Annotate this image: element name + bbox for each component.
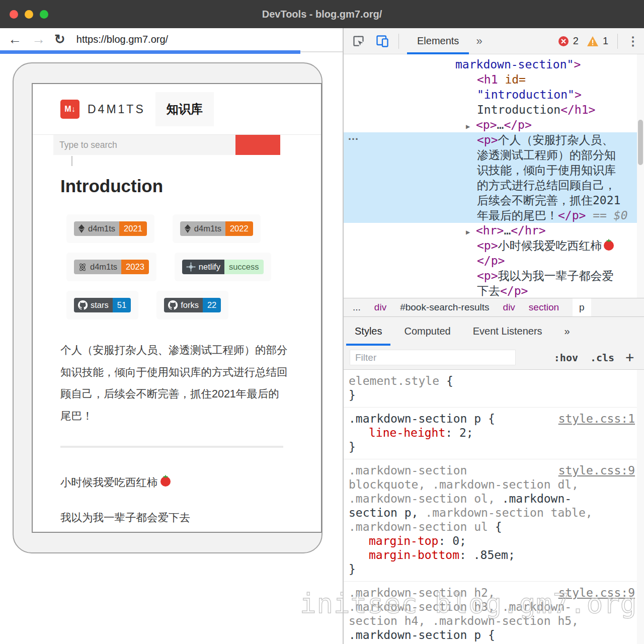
- dom-tree-node[interactable]: <h1 id=: [344, 72, 644, 87]
- stylesheet-link[interactable]: style.css:9: [558, 586, 635, 599]
- css-rule-line[interactable]: margin-bottom: .85em;: [349, 548, 632, 562]
- dom-tree-node[interactable]: ▶<hr>…</hr>: [344, 223, 644, 238]
- reload-icon[interactable]: ↻: [54, 32, 65, 47]
- breadcrumb-item-booksearchresults[interactable]: #book-search-results: [400, 302, 489, 313]
- error-icon[interactable]: [558, 36, 569, 47]
- badge-value: 2023: [121, 260, 149, 274]
- new-style-rule-button[interactable]: +: [625, 349, 634, 366]
- breadcrumb-item-section[interactable]: section: [529, 302, 559, 313]
- toggle-device-toolbar-icon[interactable]: [375, 35, 389, 48]
- css-rule-line[interactable]: blockquote, .markdown-section dl,: [349, 477, 632, 492]
- window-title: DevTools - blog.gm7.org/: [0, 0, 644, 28]
- nav-tab-knowledge-base[interactable]: 知识库: [155, 92, 214, 126]
- breadcrumb-item-p[interactable]: p: [573, 298, 591, 316]
- markdown-logo-icon[interactable]: M↓: [60, 100, 79, 119]
- badge-forks-22[interactable]: forks22: [164, 298, 221, 312]
- css-code-segment: }: [349, 440, 356, 453]
- text-caret: [71, 156, 72, 166]
- css-rule-line[interactable]: }: [349, 562, 632, 576]
- dom-tree-node[interactable]: </p>: [344, 253, 644, 268]
- dom-tree-node[interactable]: …<p>个人（安服打杂人员、: [344, 132, 644, 147]
- stylesheet-link[interactable]: style.css:9: [558, 464, 635, 477]
- badge-d4m1ts-2021[interactable]: d4m1ts2021: [74, 221, 147, 236]
- css-rule-line[interactable]: section p, .markdown-section table,: [349, 506, 632, 520]
- styles-filter-bar: :hov .cls +: [344, 346, 644, 370]
- dom-tree-node[interactable]: 渗透测试工程师）的部分知: [344, 147, 644, 163]
- dom-code-segment: …: [497, 118, 504, 131]
- styles-scrollbar[interactable]: [637, 370, 644, 644]
- dom-tree-node[interactable]: "introduction">: [344, 87, 644, 102]
- css-rule-line[interactable]: line-height: 2;: [349, 426, 632, 440]
- styles-tab-computed[interactable]: Computed: [404, 317, 450, 346]
- css-rule-line[interactable]: }: [349, 388, 632, 402]
- css-code-segment: }: [349, 562, 356, 576]
- css-code-segment: {: [488, 628, 495, 641]
- disclosure-triangle-icon[interactable]: ▶: [466, 224, 476, 239]
- css-rule-line[interactable]: }: [349, 440, 632, 454]
- disclosure-triangle-icon[interactable]: ▶: [466, 119, 476, 134]
- css-code-segment: : 0;: [438, 534, 466, 547]
- dom-code-segment: 我以为我一辈子都会爱: [498, 269, 614, 282]
- dom-tree-node[interactable]: 的方式进行总结回顾自己，: [344, 178, 644, 193]
- css-rule: element.style {}: [344, 370, 637, 408]
- breadcrumb-item-div[interactable]: div: [503, 302, 515, 313]
- browser-pane: ← → ↻ https://blog.gm7.org/ M↓ D4M1TS 知识…: [0, 28, 343, 644]
- css-rule-line[interactable]: element.style {: [349, 374, 632, 388]
- search-button[interactable]: [235, 135, 280, 155]
- dom-code-segment: 年最后的尾巴！: [477, 209, 558, 222]
- customize-devtools-icon[interactable]: ⋮: [627, 34, 639, 48]
- css-rule-line[interactable]: .markdown-section h3, .markdown-: [349, 600, 632, 614]
- css-rule-line[interactable]: section h4, .markdown-section h5,: [349, 614, 632, 628]
- css-rule-line[interactable]: .markdown-section ul {: [349, 520, 632, 534]
- forward-icon[interactable]: →: [32, 32, 45, 47]
- warning-icon[interactable]: [587, 36, 599, 47]
- breadcrumb-item-div[interactable]: div: [374, 302, 386, 313]
- dom-tree-node[interactable]: ▶<p>…</p>: [344, 117, 644, 132]
- dom-code-segment: …: [504, 224, 511, 237]
- address-bar[interactable]: https://blog.gm7.org/: [76, 34, 168, 45]
- css-code-segment: : 2;: [445, 426, 473, 439]
- dom-tree-node[interactable]: markdown-section">: [344, 57, 644, 72]
- dom-code-segment: id=: [505, 73, 526, 86]
- css-code-segment: .markdown-section table,: [425, 506, 592, 519]
- elements-tree: markdown-section"><h1 id="introduction">…: [344, 54, 644, 298]
- site-title[interactable]: D4M1TS: [88, 103, 145, 116]
- css-rule-line[interactable]: .markdown-section p {: [349, 628, 632, 642]
- styles-tab-styles[interactable]: Styles: [355, 317, 382, 346]
- dom-code-segment: </p>: [477, 254, 505, 267]
- css-rule-line[interactable]: .markdown-section ol, .markdown-: [349, 492, 632, 506]
- badge-card: netlifysuccess: [175, 253, 271, 281]
- stylesheet-link[interactable]: style.css:1: [558, 412, 635, 425]
- styles-tab-[interactable]: »: [565, 317, 570, 346]
- badge-grid: d4m1ts2021d4m1ts2022d4m1ts2023netlifysuc…: [66, 214, 321, 319]
- elements-scrollbar[interactable]: [637, 54, 644, 298]
- filter-input[interactable]: [350, 350, 516, 365]
- badge-d4m1ts-2023[interactable]: d4m1ts2023: [74, 260, 149, 274]
- css-rule-line[interactable]: margin-top: 0;: [349, 534, 632, 548]
- inspect-element-icon[interactable]: [352, 34, 365, 48]
- dom-tree-node[interactable]: 识技能，倾向于使用知识库: [344, 163, 644, 178]
- error-count: 2: [573, 35, 579, 47]
- toggle-hover-state-button[interactable]: :hov: [554, 352, 578, 364]
- badge-netlify-success[interactable]: netlifysuccess: [182, 260, 264, 274]
- toggle-classes-button[interactable]: .cls: [590, 352, 614, 364]
- dom-tree-node[interactable]: <p>我以为我一辈子都会爱: [344, 268, 644, 283]
- badge-stars-51[interactable]: stars51: [74, 298, 131, 312]
- dom-code-segment: ==: [586, 209, 613, 222]
- more-panels-chevron[interactable]: »: [476, 35, 482, 48]
- dom-tree-node[interactable]: 后续会不断完善，抓住2021: [344, 193, 644, 208]
- dom-tree-node[interactable]: <p>小时候我爱吃西红柿: [344, 238, 644, 253]
- styles-tab-eventlisteners[interactable]: Event Listeners: [473, 317, 542, 346]
- breadcrumb-item-[interactable]: ...: [353, 302, 361, 313]
- dom-tree-node[interactable]: Introduction</h1>: [344, 102, 644, 117]
- badge-label: netlify: [199, 262, 220, 272]
- dom-tree-node[interactable]: 年最后的尾巴！</p> == $0: [344, 208, 644, 223]
- tab-elements[interactable]: Elements: [406, 28, 470, 54]
- dom-code-segment: <p>: [477, 269, 498, 282]
- node-overflow-menu-icon[interactable]: …: [348, 129, 359, 144]
- dom-tree-node[interactable]: 下去</p>: [344, 283, 644, 298]
- dom-code-segment: Introduction: [477, 103, 560, 116]
- back-icon[interactable]: ←: [8, 32, 22, 47]
- elements-scrollbar-thumb[interactable]: [638, 120, 643, 165]
- badge-d4m1ts-2022[interactable]: d4m1ts2022: [180, 221, 253, 236]
